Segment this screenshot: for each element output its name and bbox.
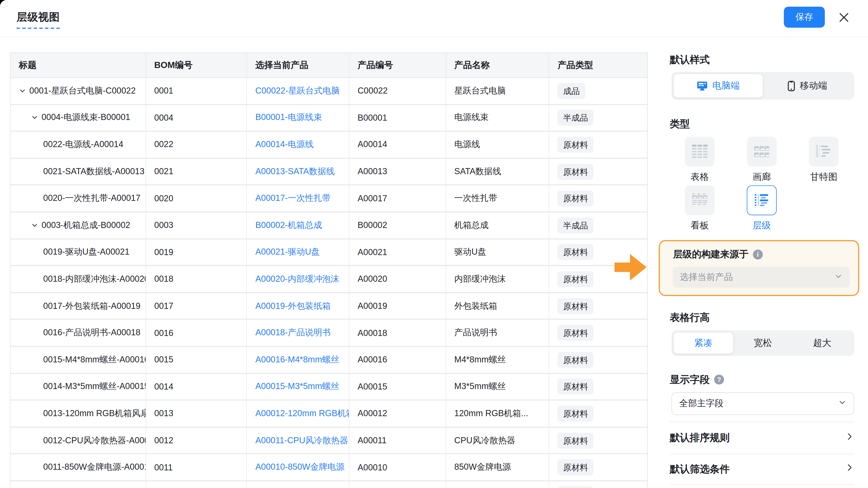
product-link[interactable]: A00010-850W金牌电源 (255, 462, 345, 473)
close-button[interactable] (837, 11, 850, 25)
product-link[interactable]: A00016-M4*8mm螺丝 (255, 354, 339, 365)
phone-icon (787, 80, 795, 91)
product-link[interactable]: A00013-SATA数据线 (255, 166, 335, 177)
column-header-bom: BOM编号 (146, 53, 247, 77)
cell-title: 0021-SATA数据线-A00013 (11, 159, 146, 184)
cell-product-type: 原材料 (549, 427, 647, 453)
info-icon[interactable]: i (753, 249, 763, 259)
chevron-down-icon[interactable] (31, 222, 38, 229)
cell-product-name: 内部缓冲泡沫 (446, 266, 549, 292)
product-type-badge: 半成品 (558, 217, 594, 233)
product-link[interactable]: A00011-CPU风冷散热器 (255, 435, 348, 446)
default-style-option-label: 移动端 (800, 80, 827, 92)
cell-bom-number: 0020 (146, 186, 247, 211)
cell-title: 0015-M4*8mm螺丝-A00016 (11, 347, 146, 372)
table-row: 0017-外包装纸箱-A000190017A00019-外包装纸箱A00019外… (11, 293, 647, 320)
default-style-option[interactable]: 移动端 (763, 74, 852, 97)
default-sort-rules-row[interactable]: 默认排序规则 (670, 422, 854, 454)
row-height-option[interactable]: 宽松 (733, 332, 793, 354)
hierarchy-source-select[interactable]: 选择当前产品 (673, 267, 850, 288)
cell-product-code: A00014 (349, 132, 446, 158)
monitor-icon (697, 81, 708, 91)
product-link[interactable]: A00012-120mm RGB机箱风扇 (255, 408, 349, 419)
default-style-option[interactable]: 电脑端 (674, 74, 763, 97)
cell-product-code: A00012 (349, 400, 446, 426)
chevron-down-icon[interactable] (19, 87, 26, 94)
view-type-option-label: 画廊 (752, 171, 771, 183)
row-title-text: 0019-驱动U盘-A00021 (43, 247, 129, 258)
row-title-text: 0011-850W金牌电源-A00010 (43, 462, 145, 473)
row-height-heading: 表格行高 (670, 311, 710, 324)
row-height-option[interactable]: 紧凑 (674, 332, 733, 354)
gallery-icon (747, 137, 777, 166)
default-style-option-label: 电脑端 (712, 80, 740, 92)
save-button[interactable]: 保存 (784, 6, 825, 28)
view-type-option[interactable]: 甘特图 (793, 137, 855, 183)
table-row: 0015-M4*8mm螺丝-A000160015A00016-M4*8mm螺丝A… (11, 347, 647, 374)
row-title-text: 0020-一次性扎带-A00017 (43, 193, 141, 204)
cell-product-name: 电源线束 (446, 105, 549, 131)
cell-product-code: A00021 (349, 239, 446, 265)
product-link[interactable]: A00019-外包装纸箱 (255, 300, 331, 312)
kanban-icon (685, 185, 715, 215)
product-link[interactable]: A00021-驱动U盘 (255, 247, 320, 258)
help-icon[interactable]: ? (714, 375, 724, 385)
cell-bom-number: 0017 (146, 293, 247, 319)
row-title-text: 0015-M4*8mm螺丝-A00016 (43, 354, 145, 365)
product-type-badge: 原材料 (558, 191, 594, 206)
column-header-product-type: 产品类型 (549, 53, 647, 77)
cell-title: 0019-驱动U盘-A00021 (11, 239, 146, 265)
hierarchy-view-settings-dialog: 层级视图 保存 标题 BOM编号 选择当前产品 产品编号 产品名称 产品类型 0… (0, 0, 868, 488)
table-header-row: 标题 BOM编号 选择当前产品 产品编号 产品名称 产品类型 (11, 53, 647, 78)
cell-title: 0001-星跃台式电脑-C00022 (11, 78, 146, 104)
row-height-segmented-control: 紧凑宽松超大 (672, 330, 854, 356)
view-type-option[interactable]: 画廊 (731, 137, 793, 183)
product-link[interactable]: A00014-电源线 (255, 139, 313, 151)
default-filter-conditions-row[interactable]: 默认筛选条件 (670, 454, 854, 484)
cell-product-name: CPU风冷散热器 (446, 427, 549, 453)
bom-table-preview: 标题 BOM编号 选择当前产品 产品编号 产品名称 产品类型 0001-星跃台式… (10, 53, 648, 488)
display-fields-heading: 显示字段 (670, 373, 710, 386)
gantt-icon (809, 137, 839, 166)
default-style-heading: 默认样式 (670, 53, 710, 66)
cell-product-link: A00016-M4*8mm螺丝 (247, 347, 349, 372)
cell-product-code: B00002 (349, 213, 446, 238)
product-type-badge: 原材料 (558, 137, 594, 153)
cell-title: 0013-120mm RGB机箱风扇-A00012 (11, 400, 146, 426)
table-row: 0011-850W金牌电源-A000100011A00010-850W金牌电源A… (11, 454, 647, 481)
view-type-option[interactable]: 层级 (731, 185, 793, 232)
cell-product-name: 驱动U盘 (446, 239, 549, 265)
row-title-text: 0017-外包装纸箱-A00019 (43, 300, 141, 312)
view-type-grid: 表格画廊甘特图看板层级 (669, 137, 855, 234)
cell-product-type: 原材料 (549, 347, 647, 372)
chevron-right-icon (845, 463, 854, 475)
cell-product-link: A00019-外包装纸箱 (247, 293, 349, 319)
view-type-option[interactable]: 表格 (669, 137, 731, 183)
cell-product-name: 120mm RGB机箱... (446, 400, 549, 426)
chevron-down-icon[interactable] (31, 114, 38, 121)
table-row: 0019-驱动U盘-A000210019A00021-驱动U盘A00021驱动U… (11, 239, 647, 266)
product-type-badge: 原材料 (558, 486, 594, 488)
cell-product-type: 原材料 (549, 186, 647, 211)
close-icon (838, 11, 849, 25)
product-link[interactable]: A00018-产品说明书 (255, 327, 331, 339)
display-fields-select[interactable]: 全部主字段 (672, 392, 854, 415)
product-link[interactable]: A00020-内部缓冲泡沫 (255, 273, 339, 285)
product-link[interactable]: B00002-机箱总成 (255, 220, 322, 231)
hierarchy-source-section: 层级的构建来源于 i 选择当前产品 (659, 240, 859, 296)
cell-product-name: 电源线 (446, 132, 549, 158)
view-type-option[interactable]: 看板 (669, 185, 731, 232)
table-row: 0014-M3*5mm螺丝-A000150014A00015-M3*5mm螺丝A… (11, 374, 647, 400)
cell-product-type: 原材料 (549, 132, 647, 158)
cell-title (11, 481, 146, 488)
product-link[interactable]: C00022-星跃台式电脑 (255, 85, 340, 97)
cell-bom-number: 0011 (146, 454, 247, 480)
product-link[interactable]: A00015-M3*5mm螺丝 (255, 381, 339, 392)
row-height-option-label: 超大 (813, 337, 831, 349)
cell-title: 0004-电源线束-B00001 (11, 105, 146, 131)
row-height-option[interactable]: 超大 (793, 332, 852, 354)
table-row: 0018-内部缓冲泡沫-A000200018A00020-内部缓冲泡沫A0002… (11, 266, 647, 293)
row-title-text: 0014-M3*5mm螺丝-A00015 (43, 381, 145, 392)
product-link[interactable]: A00017-一次性扎带 (255, 193, 331, 204)
product-link[interactable]: B00001-电源线束 (255, 112, 322, 124)
